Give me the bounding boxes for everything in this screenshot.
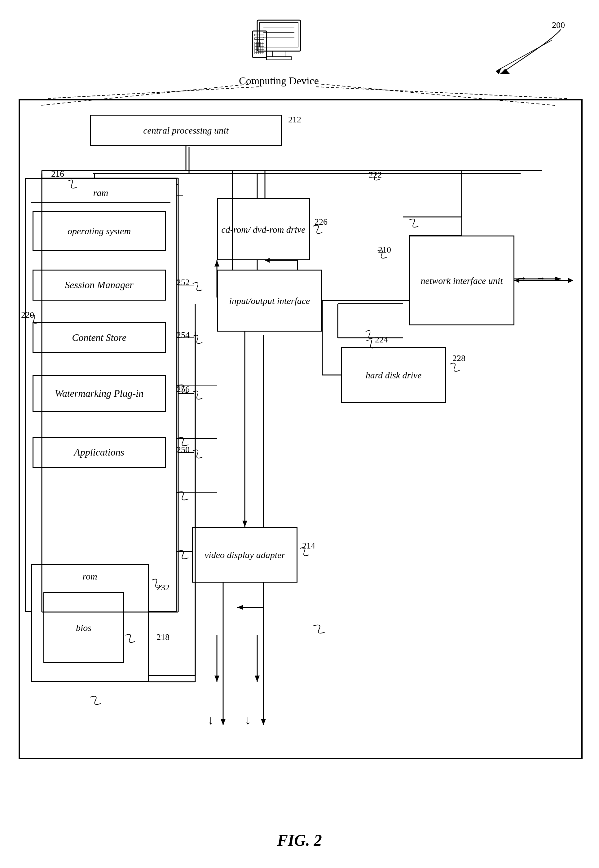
session-manager-box: Session Manager [33, 269, 166, 301]
ref-252: 252 [177, 277, 190, 287]
svg-marker-63 [500, 69, 510, 74]
io-interface-box: input/output interface [217, 269, 322, 332]
ref-222: 222 [369, 170, 382, 180]
network-interface-label: network interface unit [421, 275, 503, 287]
cpu-label: central processing unit [143, 124, 229, 136]
watermarking-box: Watermarking Plug-in [33, 375, 166, 412]
rom-label: rom [83, 571, 97, 581]
figure-label: FIG. 2 [277, 831, 322, 849]
ref-220: 220 [21, 310, 34, 320]
ref-212: 212 [288, 115, 301, 125]
content-store-box: Content Store [33, 322, 166, 353]
network-interface-box: network interface unit [409, 236, 515, 325]
ref-256: 256 [177, 384, 190, 394]
down-arrow-left: ↓ [208, 713, 214, 727]
rom-label-area: rom [37, 570, 143, 582]
svg-marker-3 [496, 68, 501, 74]
bios-label: bios [76, 622, 92, 634]
applications-box: Applications [33, 437, 166, 468]
svg-rect-43 [260, 22, 298, 47]
ref-254: 254 [177, 330, 190, 340]
ref-200: 200 [552, 20, 565, 30]
ref-210: 210 [378, 245, 391, 255]
session-manager-label: Session Manager [65, 278, 133, 292]
svg-rect-47 [273, 51, 285, 57]
svg-line-61 [47, 87, 259, 99]
os-label: operating system [68, 225, 131, 237]
ref-228: 228 [452, 353, 465, 363]
ref-232: 232 [157, 582, 170, 593]
ref-216: 216 [51, 169, 64, 179]
down-arrow-right: ↓ [245, 713, 251, 727]
cpu-box: central processing unit [90, 115, 282, 146]
ram-label: ram [93, 187, 108, 199]
hard-disk-box: hard disk drive [341, 347, 446, 403]
svg-rect-48 [266, 57, 291, 60]
io-label: input/output interface [229, 295, 310, 307]
video-adapter-label: video display adapter [205, 549, 285, 561]
computing-device-label: Computing Device [223, 75, 335, 87]
computer-icon [248, 19, 310, 71]
arrow-right-left: → [536, 273, 545, 283]
watermarking-label: Watermarking Plug-in [55, 387, 143, 400]
svg-line-2 [496, 40, 552, 71]
computing-device-container: Computing Device [223, 19, 335, 87]
cdrom-box: cd-rom/ dvd-rom drive [217, 198, 310, 260]
ref-224: 224 [375, 335, 388, 344]
cdrom-label: cd-rom/ dvd-rom drive [221, 223, 305, 236]
svg-line-62 [316, 87, 567, 99]
video-adapter-box: video display adapter [192, 527, 298, 582]
ref-250: 250 [177, 445, 190, 454]
content-store-label: Content Store [72, 331, 126, 344]
ram-label-area: ram [31, 183, 170, 203]
applications-label: Applications [74, 446, 124, 459]
os-box: operating system [33, 211, 166, 251]
arrow-right-right: → [518, 273, 527, 283]
ref-218: 218 [157, 632, 170, 642]
ref-214: 214 [302, 541, 315, 551]
bios-box: bios [44, 592, 124, 663]
ref-226: 226 [315, 217, 328, 227]
hard-disk-label: hard disk drive [366, 369, 422, 381]
